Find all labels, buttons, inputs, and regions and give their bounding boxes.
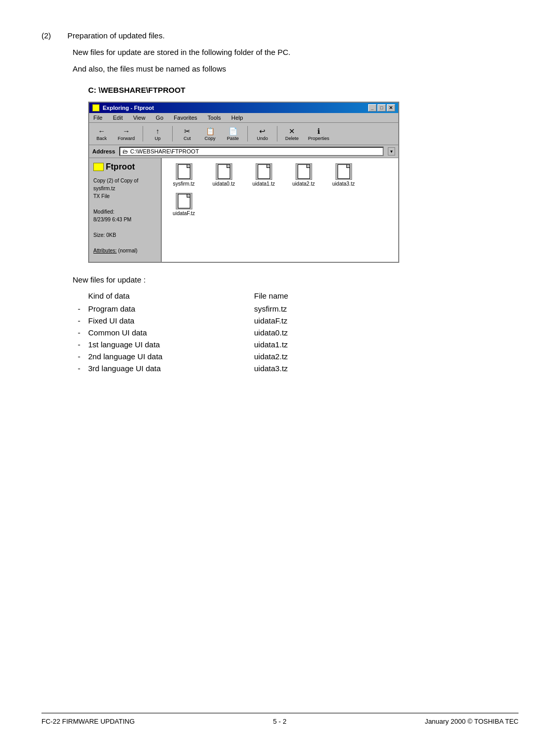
footer-right: January 2000 © TOSHIBA TEC [425,717,519,725]
section-number: (2) [41,31,67,40]
menu-go[interactable]: Go [153,114,165,121]
row-dash-0: - [78,304,88,313]
address-dropdown-button[interactable]: ▼ [388,147,395,156]
minimize-button[interactable]: _ [368,104,376,111]
toolbar-up-button[interactable]: ↑ Up [148,125,167,143]
row-file-5: uidata3.tz [254,364,288,373]
row-dash-1: - [78,316,88,325]
folder-name-display: Ftproot [93,162,157,172]
menu-edit[interactable]: Edit [111,114,125,121]
row-dash-2: - [78,328,88,337]
forward-icon: → [121,126,132,136]
modified-label: Modified: [93,208,157,216]
file-item-uidata1[interactable]: uidata1.tz [247,163,281,187]
file-info-panel: Copy (2) of Copy of sysfirm.tz TX File M… [93,177,157,255]
page-footer: FC-22 FIRMWARE UPDATING 5 - 2 January 20… [41,713,519,725]
update-section: New files for update : Kind of data File… [73,275,519,373]
close-button[interactable]: ✕ [387,104,395,111]
toolbar-delete-button[interactable]: ✕ Delete [283,125,301,143]
row-file-4: uidata2.tz [254,352,288,361]
file-label-sysfirm: sysfirm.tz [173,181,194,187]
explorer-titlebar: Exploring - Ftproot _ □ ✕ [89,103,398,113]
address-path-text: C:\WEBSHARE\FTPROOT [130,148,199,154]
table-row-2: - Common UI data uidata0.tz [78,328,524,337]
row-kind-5: 3rd language UI data [88,364,254,373]
file-label-uidata3: uidata3.tz [332,181,355,187]
toolbar-copy-button[interactable]: 📋 Copy [201,125,219,143]
back-label: Back [96,136,107,141]
toolbar-paste-button[interactable]: 📄 Paste [223,125,242,143]
row-file-0: sysfirm.tz [254,304,287,313]
row-file-1: uidataF.tz [254,316,287,325]
table-row-1: - Fixed UI data uidataF.tz [78,316,524,325]
row-file-3: uidata1.tz [254,340,288,349]
menu-tools[interactable]: Tools [205,114,223,121]
row-kind-4: 2nd language UI data [88,352,254,361]
row-kind-3: 1st language UI data [88,340,254,349]
file-icon-uidata1 [256,163,272,180]
undo-icon: ↩ [257,126,268,136]
explorer-menubar: File Edit View Go Favorites Tools Help [89,113,398,123]
toolbar-separator-3 [247,126,248,142]
copy-label: Copy [205,136,216,141]
explorer-right-panel: sysfirm.tz uidata0.tz [162,158,398,262]
address-input[interactable]: 🗁 C:\WEBSHARE\FTPROOT [119,147,384,156]
folder-icon-large [93,163,104,171]
file-item-sysfirm[interactable]: sysfirm.tz [167,163,201,187]
explorer-left-panel: Ftproot Copy (2) of Copy of sysfirm.tz T… [89,158,162,262]
delete-label: Delete [285,136,299,141]
toolbar-undo-button[interactable]: ↩ Undo [253,125,272,143]
address-label: Address [92,148,115,154]
menu-help[interactable]: Help [229,114,245,121]
file-item-uidata0[interactable]: uidata0.tz [207,163,241,187]
table-row-4: - 2nd language UI data uidata2.tz [78,352,524,361]
properties-label: Properties [308,136,329,141]
explorer-title: Exploring - Ftproot [103,105,154,111]
toolbar-separator-1 [143,126,143,142]
file-item-uidataF[interactable]: uidataF.tz [167,193,201,216]
file-item-uidata2[interactable]: uidata2.tz [287,163,320,187]
file-info-title: Copy (2) of Copy of sysfirm.tz [93,177,157,192]
toolbar-separator-4 [277,126,277,142]
col-file-header: File name [254,291,358,300]
toolbar-back-button[interactable]: ← Back [92,125,111,143]
toolbar-forward-button[interactable]: → Forward [115,125,137,143]
file-item-uidata3[interactable]: uidata3.tz [327,163,360,187]
toolbar-properties-button[interactable]: ℹ Properties [305,125,332,143]
attributes-value: (normal) [118,248,137,254]
footer-center: 5 - 2 [273,717,286,725]
row-file-2: uidata0.tz [254,328,288,337]
address-path-icon: 🗁 [122,148,128,154]
size-label: Size: 0KB [93,231,157,239]
forward-label: Forward [118,136,135,141]
maximize-button[interactable]: □ [377,104,386,111]
row-kind-0: Program data [88,304,254,313]
menu-view[interactable]: View [131,114,148,121]
body-text-1: New files for update are stored in the f… [73,46,519,59]
file-icon-uidataF [176,193,192,209]
explorer-toolbar: ← Back → Forward ↑ Up ✂ Cut 📋 Copy [89,123,398,145]
file-label-uidata0: uidata0.tz [213,181,235,187]
table-header-row: Kind of data File name [78,291,524,300]
menu-favorites[interactable]: Favorites [172,114,199,121]
back-icon: ← [96,126,107,136]
paste-label: Paste [227,136,239,141]
col-kind-header: Kind of data [78,291,254,300]
toolbar-cut-button[interactable]: ✂ Cut [178,125,197,143]
titlebar-title-area: Exploring - Ftproot [92,104,154,111]
attributes-label: Attributes: (normal) [93,247,157,255]
row-dash-5: - [78,364,88,373]
properties-icon: ℹ [314,126,324,136]
menu-file[interactable]: File [91,114,105,121]
row-dash-4: - [78,352,88,361]
up-label: Up [155,136,161,141]
row-kind-2: Common UI data [88,328,254,337]
cut-label: Cut [184,136,191,141]
path-label: C: \WEBSHARE\FTPROOT [88,86,519,94]
footer-left: FC-22 FIRMWARE UPDATING [41,717,135,725]
explorer-window: Exploring - Ftproot _ □ ✕ File Edit View… [88,102,399,263]
row-dash-3: - [78,340,88,349]
file-label-uidataF: uidataF.tz [173,210,195,216]
section-header: (2) Preparation of updated files. [41,31,519,40]
attributes-link[interactable]: Attributes: [93,248,117,254]
